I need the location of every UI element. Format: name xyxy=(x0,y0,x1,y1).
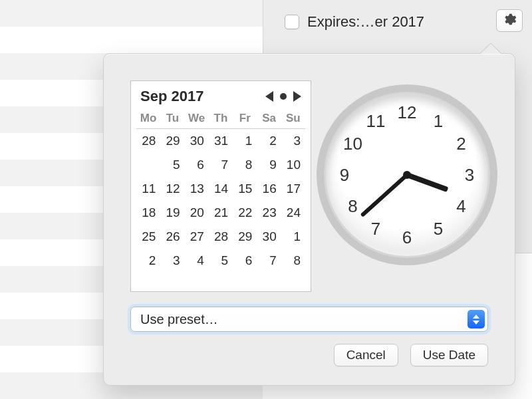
clock-number: 2 xyxy=(450,134,471,154)
clock-number: 5 xyxy=(428,219,449,239)
dropdown-stepper-icon[interactable] xyxy=(467,310,485,329)
calendar-day[interactable]: 30 xyxy=(185,129,209,153)
dow-header: Th xyxy=(209,109,233,128)
dow-header: Su xyxy=(281,109,305,128)
clock-number: 7 xyxy=(365,219,386,239)
dow-header: Sa xyxy=(257,109,281,128)
calendar-day[interactable]: 20 xyxy=(185,201,209,225)
calendar-day[interactable]: 7 xyxy=(257,249,281,273)
clock-number: 10 xyxy=(342,134,364,154)
calendar-day[interactable]: 15 xyxy=(233,177,257,201)
calendar-week-row: 18192021222324 xyxy=(136,201,305,225)
preset-label: Use preset… xyxy=(140,312,218,327)
calendar-day[interactable]: 19 xyxy=(160,201,184,225)
calendar-day[interactable]: 3 xyxy=(281,129,305,153)
calendar-day[interactable]: 12 xyxy=(160,177,184,201)
calendar-day[interactable]: 30 xyxy=(257,225,281,249)
calendar-day[interactable]: 21 xyxy=(209,201,233,225)
calendar-day[interactable]: 5 xyxy=(160,153,184,177)
calendar-day[interactable]: 31 xyxy=(209,129,233,153)
cancel-button[interactable]: Cancel xyxy=(334,344,398,366)
calendar-day[interactable]: 7 xyxy=(209,153,233,177)
minute-hand[interactable] xyxy=(360,174,408,217)
expires-label: Expires:…er 2017 xyxy=(307,13,424,31)
calendar: Sep 2017 MoTuWeThFrSaSu 2829303112345678… xyxy=(130,80,311,292)
button-row: Cancel Use Date xyxy=(334,344,488,366)
calendar-day[interactable]: 2 xyxy=(257,129,281,153)
clock-number: 11 xyxy=(365,110,386,131)
calendar-header: Sep 2017 xyxy=(136,88,305,106)
calendar-day[interactable]: 6 xyxy=(185,153,209,177)
calendar-today-icon[interactable] xyxy=(280,93,287,100)
calendar-day[interactable]: 4 xyxy=(185,249,209,273)
clock-number: 3 xyxy=(459,165,480,186)
calendar-day[interactable]: 28 xyxy=(209,225,233,249)
preset-dropdown[interactable]: Use preset… xyxy=(130,307,488,332)
calendar-day[interactable]: 22 xyxy=(233,201,257,225)
calendar-week-row: 45678910 xyxy=(136,153,305,177)
calendar-day[interactable]: 1 xyxy=(281,225,305,249)
calendar-day[interactable]: 17 xyxy=(281,177,305,201)
calendar-day[interactable]: 29 xyxy=(233,225,257,249)
dow-header: Tu xyxy=(160,109,184,128)
calendar-day[interactable]: 8 xyxy=(233,153,257,177)
calendar-day[interactable]: 28 xyxy=(136,129,160,153)
calendar-day[interactable]: 5 xyxy=(209,249,233,273)
calendar-day[interactable]: 14 xyxy=(209,177,233,201)
calendar-day[interactable]: 23 xyxy=(257,201,281,225)
calendar-day[interactable]: 1 xyxy=(233,129,257,153)
calendar-day[interactable]: 8 xyxy=(281,249,305,273)
calendar-day[interactable]: 18 xyxy=(136,201,160,225)
clock-pin xyxy=(403,171,411,179)
calendar-day[interactable]: 27 xyxy=(185,225,209,249)
gear-button[interactable] xyxy=(496,9,523,32)
calendar-day[interactable]: 9 xyxy=(257,153,281,177)
expires-row: Expires:…er 2017 xyxy=(285,13,479,31)
calendar-grid: 2829303112345678910111213141516171819202… xyxy=(136,129,305,273)
calendar-day[interactable]: 4 xyxy=(136,153,160,177)
calendar-day[interactable]: 2 xyxy=(136,249,160,273)
clock-number: 1 xyxy=(428,110,449,131)
calendar-next-icon[interactable] xyxy=(293,91,301,102)
calendar-week-row: 11121314151617 xyxy=(136,177,305,201)
calendar-title: Sep 2017 xyxy=(140,88,265,105)
calendar-day[interactable]: 29 xyxy=(160,129,184,153)
calendar-prev-icon[interactable] xyxy=(265,91,273,102)
calendar-day[interactable]: 25 xyxy=(136,225,160,249)
clock-number: 9 xyxy=(334,165,355,186)
calendar-week-row: 28293031123 xyxy=(136,129,305,153)
date-picker-popover: Sep 2017 MoTuWeThFrSaSu 2829303112345678… xyxy=(103,53,515,386)
calendar-week-row: 2345678 xyxy=(136,249,305,273)
calendar-day[interactable]: 24 xyxy=(281,201,305,225)
calendar-day[interactable]: 16 xyxy=(257,177,281,201)
expires-checkbox[interactable] xyxy=(285,15,299,29)
dow-header: Mo xyxy=(136,109,160,128)
analog-clock[interactable]: 121234567891011 xyxy=(326,94,488,256)
dow-header: We xyxy=(185,109,209,128)
hour-hand[interactable] xyxy=(406,172,449,192)
calendar-day[interactable]: 13 xyxy=(185,177,209,201)
calendar-day[interactable]: 10 xyxy=(281,153,305,177)
calendar-dow-row: MoTuWeThFrSaSu xyxy=(136,109,305,129)
calendar-week-row: 2526272829301 xyxy=(136,225,305,249)
clock-number: 12 xyxy=(396,102,418,123)
dow-header: Fr xyxy=(233,109,257,128)
calendar-day[interactable]: 26 xyxy=(160,225,184,249)
clock-number: 4 xyxy=(450,196,471,217)
use-date-button[interactable]: Use Date xyxy=(410,344,488,366)
gear-icon xyxy=(502,12,517,29)
popover-arrow xyxy=(480,43,501,54)
clock-number: 6 xyxy=(396,227,418,248)
calendar-day[interactable]: 11 xyxy=(136,177,160,201)
calendar-day[interactable]: 3 xyxy=(160,249,184,273)
calendar-day[interactable]: 6 xyxy=(233,249,257,273)
